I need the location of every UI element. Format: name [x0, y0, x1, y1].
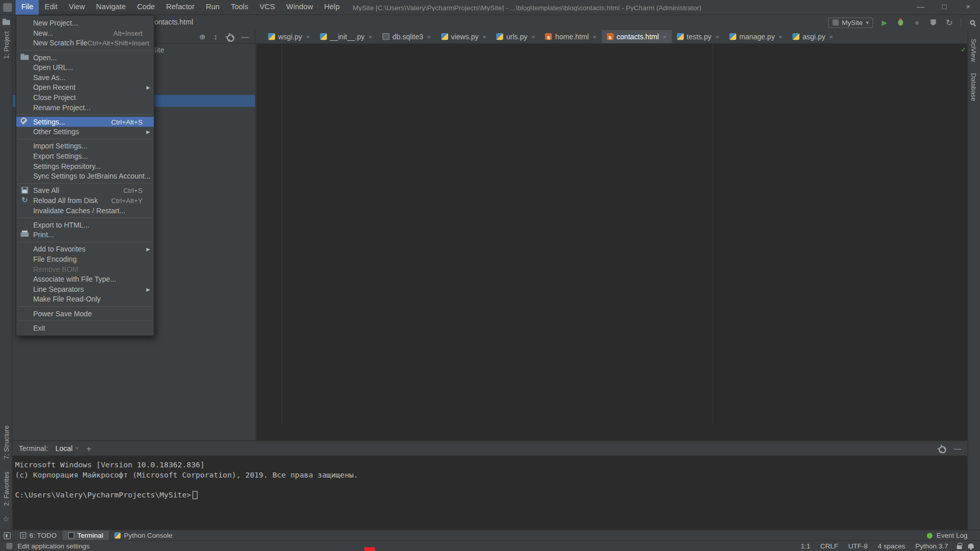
tab-close-icon[interactable]: ×: [715, 33, 719, 40]
menubar-item[interactable]: Code: [131, 0, 160, 15]
terminal-tab-close-icon[interactable]: ×: [75, 445, 79, 452]
tab-close-icon[interactable]: ×: [369, 33, 373, 40]
tool-window-button[interactable]: Terminal: [62, 531, 109, 541]
terminal-settings-gear-icon[interactable]: [938, 444, 945, 452]
debug-button[interactable]: [896, 17, 906, 28]
menubar-item[interactable]: Navigate: [90, 0, 131, 15]
file-menu-item[interactable]: Rename Project... ▸: [16, 103, 154, 113]
panel-hide-icon[interactable]: —: [241, 33, 249, 40]
editor-tab[interactable]: contacts.html ×: [602, 30, 672, 43]
file-menu-item[interactable]: Remove BOM ▸: [16, 264, 154, 274]
editor-tab[interactable]: db.sqlite3 ×: [377, 30, 436, 43]
file-menu-item[interactable]: Other Settings ▸: [16, 127, 154, 137]
event-log-button[interactable]: Event Log: [927, 532, 976, 539]
lock-icon[interactable]: [957, 545, 962, 548]
file-menu-item[interactable]: Save All Ctrl+S ▸: [16, 186, 154, 196]
breadcrumb[interactable]: ontacts.html: [154, 18, 193, 26]
project-folder-icon[interactable]: [2, 20, 10, 25]
tab-close-icon[interactable]: ×: [531, 33, 535, 40]
menubar-item[interactable]: Window: [281, 0, 318, 15]
search-everywhere-button[interactable]: [968, 17, 978, 28]
stop-button[interactable]: ■: [912, 17, 922, 28]
file-menu-item[interactable]: Line Separators ▸: [16, 284, 154, 294]
menubar-item[interactable]: View: [63, 0, 91, 15]
menubar-item[interactable]: File: [16, 0, 39, 15]
tab-close-icon[interactable]: ×: [778, 33, 782, 40]
sync-button[interactable]: ↻: [944, 17, 954, 28]
tab-close-icon[interactable]: ×: [829, 33, 833, 40]
file-menu-item[interactable]: Add to Favorites ▸: [16, 244, 154, 255]
status-indicator[interactable]: 4 spaces: [878, 542, 905, 550]
stripe-tool-button[interactable]: SciView: [970, 39, 978, 62]
terminal-hide-icon[interactable]: —: [954, 444, 962, 453]
editor-tab[interactable]: asgi.py ×: [788, 30, 838, 43]
file-menu-item[interactable]: Export to HTML... ▸: [16, 220, 154, 230]
editor-tab[interactable]: wsgi.py ×: [263, 30, 315, 43]
file-menu-item[interactable]: Settings... Ctrl+Alt+S ▸: [16, 117, 154, 127]
status-indicator[interactable]: CRLF: [820, 542, 838, 550]
stripe-project-button[interactable]: 1: Project: [2, 31, 10, 59]
status-indicator[interactable]: UTF-8: [848, 542, 868, 550]
tab-close-icon[interactable]: ×: [306, 33, 310, 40]
tab-close-icon[interactable]: ×: [663, 33, 667, 40]
run-config-selector[interactable]: MySite ▾: [828, 17, 873, 28]
file-menu-item[interactable]: Close Project ▸: [16, 92, 154, 103]
status-bar-icon[interactable]: [6, 543, 12, 549]
new-terminal-session-button[interactable]: +: [86, 444, 91, 453]
stripe-tool-button[interactable]: 7: Structure: [2, 425, 10, 459]
file-menu-item[interactable]: Open URL... ▸: [16, 62, 154, 72]
file-menu-item[interactable]: Export Settings... ▸: [16, 151, 154, 161]
editor-tab[interactable]: __init__.py ×: [315, 30, 378, 43]
close-button[interactable]: ×: [956, 0, 980, 15]
editor-tab[interactable]: tests.py ×: [672, 30, 724, 43]
editor-tab[interactable]: home.html ×: [540, 30, 601, 43]
file-menu-item[interactable]: Save As... ▸: [16, 72, 154, 83]
maximize-button[interactable]: □: [933, 0, 957, 15]
notifications-bell-icon[interactable]: [968, 543, 974, 548]
bookmarks-star-icon[interactable]: ☆: [3, 515, 9, 523]
terminal-tab-local[interactable]: Local ×: [56, 444, 79, 452]
status-indicator[interactable]: Python 3.7: [915, 542, 948, 550]
status-indicator[interactable]: 1:1: [801, 542, 811, 550]
tool-window-button[interactable]: 6: TODO: [14, 531, 62, 541]
tab-close-icon[interactable]: ×: [482, 33, 486, 40]
file-menu-item[interactable]: Associate with File Type... ▸: [16, 274, 154, 285]
file-menu-item[interactable]: Power Save Mode ▸: [16, 309, 154, 319]
file-menu-item[interactable]: New... Alt+Insert ▸: [16, 28, 154, 38]
terminal-output[interactable]: Microsoft Windows [Version 10.0.18362.83…: [12, 456, 967, 500]
menubar-item[interactable]: VCS: [254, 0, 280, 15]
coverage-button[interactable]: [928, 17, 938, 28]
expand-collapse-icon[interactable]: ↕: [214, 33, 217, 40]
stripe-tool-button[interactable]: 2: Favorites: [2, 472, 10, 506]
panel-settings-gear-icon[interactable]: [226, 33, 233, 40]
file-menu-item[interactable]: New Scratch File Ctrl+Alt+Shift+Insert ▸: [16, 38, 154, 48]
menubar-item[interactable]: Edit: [39, 0, 63, 15]
editor-area[interactable]: ✓: [256, 44, 967, 441]
editor-tab[interactable]: views.py ×: [436, 30, 491, 43]
editor-tab[interactable]: urls.py ×: [492, 30, 541, 43]
file-menu-item[interactable]: Print... ▸: [16, 230, 154, 240]
menubar-item[interactable]: Run: [200, 0, 225, 15]
stripe-tool-button[interactable]: Database: [970, 73, 978, 101]
editor-tab[interactable]: manage.py ×: [724, 30, 788, 43]
file-menu-item[interactable]: Make File Read-Only ▸: [16, 294, 154, 305]
file-menu-item[interactable]: New Project... ▸: [16, 18, 154, 29]
menubar-item[interactable]: Help: [318, 0, 345, 15]
tool-window-switcher-icon[interactable]: [4, 532, 10, 539]
menubar-item[interactable]: Refactor: [161, 0, 201, 15]
file-menu-item[interactable]: File Encoding ▸: [16, 254, 154, 264]
file-menu-item[interactable]: Reload All from Disk Ctrl+Alt+Y ▸: [16, 195, 154, 206]
tool-window-button[interactable]: Python Console: [109, 531, 178, 541]
menubar-item[interactable]: Tools: [225, 0, 254, 15]
file-menu-item[interactable]: Invalidate Caches / Restart... ▸: [16, 206, 154, 216]
file-menu-item[interactable]: Open... ▸: [16, 53, 154, 63]
file-menu-item[interactable]: Sync Settings to JetBrains Account... ▸: [16, 171, 154, 182]
file-menu-item[interactable]: Import Settings... ▸: [16, 141, 154, 152]
tab-close-icon[interactable]: ×: [427, 33, 431, 40]
minimize-button[interactable]: —: [909, 0, 933, 15]
tab-close-icon[interactable]: ×: [593, 33, 597, 40]
file-menu-item[interactable]: Open Recent ▸: [16, 83, 154, 93]
file-menu-item[interactable]: Settings Repository... ▸: [16, 161, 154, 171]
run-button[interactable]: ▶: [879, 17, 890, 28]
file-menu-item[interactable]: Exit ▸: [16, 323, 154, 333]
